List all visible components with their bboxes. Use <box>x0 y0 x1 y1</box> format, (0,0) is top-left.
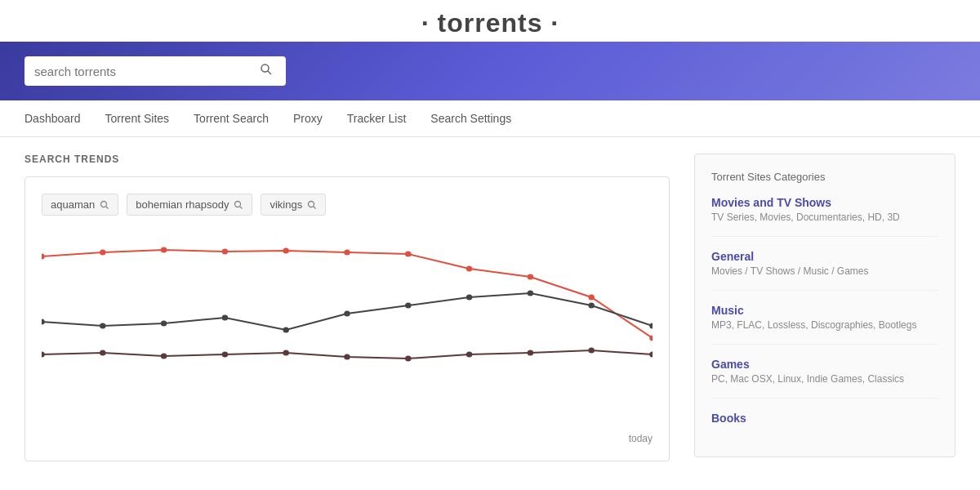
svg-point-13 <box>344 250 350 256</box>
svg-point-22 <box>222 315 228 321</box>
category-name: General <box>711 250 938 263</box>
svg-point-26 <box>466 295 472 301</box>
svg-point-8 <box>42 254 45 260</box>
svg-point-14 <box>405 252 411 257</box>
svg-point-31 <box>100 350 105 356</box>
svg-point-35 <box>344 354 350 360</box>
nav-item-search-settings[interactable]: Search Settings <box>430 112 511 125</box>
svg-line-1 <box>268 71 271 74</box>
svg-point-17 <box>588 295 594 301</box>
chart-area: today <box>42 232 653 444</box>
nav-item-torrent-sites[interactable]: Torrent Sites <box>105 112 170 125</box>
svg-point-0 <box>261 65 269 72</box>
category-desc: TV Series, Movies, Documentaries, HD, 3D <box>711 212 938 223</box>
section-title: SEARCH TRENDS <box>24 154 670 165</box>
nav-item-proxy[interactable]: Proxy <box>293 112 323 125</box>
trend-chart <box>42 232 653 436</box>
svg-point-20 <box>100 323 105 329</box>
svg-point-9 <box>100 250 105 256</box>
svg-point-19 <box>42 319 45 325</box>
nav-item-torrent-search[interactable]: Torrent Search <box>194 112 269 125</box>
search-input[interactable] <box>34 65 256 78</box>
svg-point-32 <box>161 354 167 359</box>
search-bar-container <box>0 42 980 100</box>
category-desc: PC, Mac OSX, Linux, Indie Games, Classic… <box>711 373 938 385</box>
site-logo: · torrents · <box>0 0 980 38</box>
svg-point-27 <box>528 291 533 296</box>
tag-label: bohemian rhapsody <box>136 198 229 211</box>
trends-box: aquaman bohemian rhapsody vikings <box>24 176 670 461</box>
tag-label: aquaman <box>51 198 95 211</box>
category-desc: MP3, FLAC, Lossless, Discographies, Boot… <box>711 319 938 331</box>
svg-point-34 <box>283 350 288 356</box>
category-item-movies[interactable]: Movies and TV Shows TV Series, Movies, D… <box>711 196 938 237</box>
svg-point-16 <box>528 274 533 280</box>
logo-main: torrents <box>438 8 543 38</box>
sidebar: Torrent Sites Categories Movies and TV S… <box>694 154 956 461</box>
tag-search-icon <box>307 200 317 210</box>
search-form <box>24 56 286 86</box>
svg-point-23 <box>283 327 288 333</box>
svg-point-38 <box>528 350 533 356</box>
svg-point-37 <box>466 352 472 358</box>
category-item-music[interactable]: Music MP3, FLAC, Lossless, Discographies… <box>711 304 938 345</box>
logo-prefix: · <box>421 8 430 38</box>
svg-point-36 <box>405 356 411 362</box>
category-item-general[interactable]: General Movies / TV Shows / Music / Game… <box>711 250 938 291</box>
sidebar-box: Torrent Sites Categories Movies and TV S… <box>694 154 956 457</box>
svg-point-12 <box>283 248 288 254</box>
svg-point-33 <box>222 352 228 358</box>
svg-line-3 <box>106 206 109 208</box>
category-name: Books <box>711 412 938 425</box>
svg-point-10 <box>161 247 167 253</box>
trend-tags: aquaman bohemian rhapsody vikings <box>42 194 653 216</box>
svg-point-2 <box>101 201 107 207</box>
svg-point-25 <box>405 303 411 309</box>
svg-line-5 <box>240 206 243 208</box>
svg-point-29 <box>649 323 653 329</box>
nav-item-tracker-list[interactable]: Tracker List <box>347 112 407 125</box>
main-content: SEARCH TRENDS aquaman bohemian rhapsody <box>0 137 980 478</box>
chart-today-label: today <box>629 433 653 444</box>
svg-point-28 <box>588 303 594 309</box>
svg-point-6 <box>309 201 314 207</box>
tag-search-icon <box>234 200 243 210</box>
category-item-games[interactable]: Games PC, Mac OSX, Linux, Indie Games, C… <box>711 358 938 399</box>
category-name: Games <box>711 358 938 371</box>
svg-point-4 <box>235 201 241 207</box>
tag-label: vikings <box>270 198 302 211</box>
svg-point-30 <box>42 352 45 358</box>
nav-bar: Dashboard Torrent Sites Torrent Search P… <box>0 100 980 137</box>
svg-point-21 <box>161 321 167 327</box>
svg-line-7 <box>314 206 316 208</box>
search-icon <box>260 63 273 76</box>
trend-tag-aquaman[interactable]: aquaman <box>42 194 118 216</box>
nav-item-dashboard[interactable]: Dashboard <box>24 112 81 125</box>
trend-tag-vikings[interactable]: vikings <box>261 194 326 216</box>
tag-search-icon <box>100 200 109 210</box>
search-button[interactable] <box>256 63 276 79</box>
svg-point-11 <box>222 249 228 255</box>
sidebar-title: Torrent Sites Categories <box>711 171 938 183</box>
category-item-books[interactable]: Books <box>711 412 938 440</box>
svg-point-39 <box>588 348 594 354</box>
svg-point-15 <box>466 266 472 272</box>
category-desc: Movies / TV Shows / Music / Games <box>711 265 938 277</box>
svg-point-40 <box>649 352 653 358</box>
svg-point-24 <box>344 311 350 317</box>
trends-section: SEARCH TRENDS aquaman bohemian rhapsody <box>24 154 670 461</box>
category-name: Music <box>711 304 938 317</box>
trend-tag-bohemian[interactable]: bohemian rhapsody <box>127 194 252 216</box>
category-name: Movies and TV Shows <box>711 196 938 209</box>
logo-suffix: · <box>550 8 559 38</box>
